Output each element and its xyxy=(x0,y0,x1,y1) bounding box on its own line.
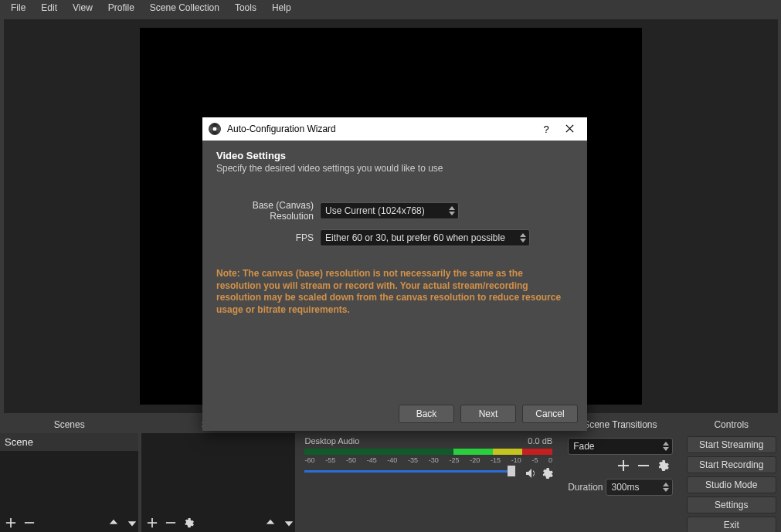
duration-value: 300ms xyxy=(611,482,639,493)
menu-edit[interactable]: Edit xyxy=(33,1,65,15)
fps-select[interactable]: Either 60 or 30, but prefer 60 when poss… xyxy=(320,229,530,246)
cancel-button[interactable]: Cancel xyxy=(522,405,578,423)
auto-config-dialog: Auto-Configuration Wizard ? Video Settin… xyxy=(202,117,587,431)
help-button[interactable]: ? xyxy=(535,124,558,135)
mixer-dock: Mixer Desktop Audio 0.0 dB -60 -55 -50 -… xyxy=(298,416,559,532)
studio-mode-button[interactable]: Studio Mode xyxy=(687,476,776,493)
menu-file[interactable]: File xyxy=(3,1,33,15)
move-down-icon[interactable] xyxy=(283,517,295,529)
transition-value: Fade xyxy=(573,441,594,452)
mixer-level: 0.0 dB xyxy=(528,436,552,446)
add-icon[interactable] xyxy=(617,459,630,474)
resolution-select[interactable]: Use Current (1024x768) xyxy=(320,202,459,219)
scene-item[interactable]: Scene xyxy=(0,433,138,451)
menu-scene-collection[interactable]: Scene Collection xyxy=(142,1,227,15)
dialog-note: Note: The canvas (base) resolution is no… xyxy=(216,268,573,316)
scenes-header: Scenes xyxy=(0,416,138,433)
controls-header: Controls xyxy=(682,416,781,433)
duration-input[interactable]: 300ms xyxy=(606,479,672,496)
dialog-title: Auto-Configuration Wizard xyxy=(227,124,336,134)
sources-dock: Sources xyxy=(141,416,295,532)
dialog-heading: Video Settings xyxy=(216,150,573,161)
start-recording-button[interactable]: Start Recording xyxy=(687,456,776,473)
dialog-titlebar[interactable]: Auto-Configuration Wizard ? xyxy=(202,117,587,141)
duration-label: Duration xyxy=(568,482,603,493)
fps-label: FPS xyxy=(216,232,320,243)
sources-toolbar xyxy=(141,513,295,532)
sources-body xyxy=(141,433,295,532)
svg-rect-2 xyxy=(638,465,649,466)
add-icon[interactable] xyxy=(146,517,158,529)
menu-bar: File Edit View Profile Scene Collection … xyxy=(0,0,781,15)
chevron-updown-icon xyxy=(520,233,526,242)
close-icon[interactable] xyxy=(558,124,581,135)
chevron-updown-icon xyxy=(449,206,455,215)
menu-help[interactable]: Help xyxy=(264,1,299,15)
back-button[interactable]: Back xyxy=(399,405,454,423)
gear-icon[interactable] xyxy=(542,467,554,481)
scenes-body: Scene xyxy=(0,433,138,532)
remove-icon[interactable] xyxy=(165,517,177,529)
transition-select[interactable]: Fade xyxy=(568,438,672,455)
svg-rect-1 xyxy=(166,522,175,524)
transitions-body: Fade Duration 300ms xyxy=(562,433,678,532)
mixer-channel-name: Desktop Audio xyxy=(304,436,359,446)
spinner-icon[interactable] xyxy=(663,483,669,492)
resolution-label: Base (Canvas) Resolution xyxy=(216,200,320,222)
dialog-content: Video Settings Specify the desired video… xyxy=(202,141,587,397)
menu-tools[interactable]: Tools xyxy=(227,1,264,15)
add-icon[interactable] xyxy=(5,517,17,529)
mixer-body: Desktop Audio 0.0 dB -60 -55 -50 -45 -40… xyxy=(298,433,559,532)
dialog-subheading: Specify the desired video settings you w… xyxy=(216,163,573,174)
controls-dock: Controls Start Streaming Start Recording… xyxy=(682,416,781,532)
resolution-value: Use Current (1024x768) xyxy=(325,205,425,216)
move-down-icon[interactable] xyxy=(126,517,138,529)
move-up-icon[interactable] xyxy=(264,517,277,529)
docks-row: Scenes Scene Sources xyxy=(0,416,781,532)
dialog-buttons: Back Next Cancel xyxy=(202,397,587,431)
chevron-updown-icon xyxy=(663,442,669,451)
transitions-dock: Scene Transitions Fade Duration 300ms xyxy=(562,416,678,532)
gear-icon[interactable] xyxy=(183,517,195,529)
menu-view[interactable]: View xyxy=(65,1,100,15)
settings-button[interactable]: Settings xyxy=(687,496,776,513)
audio-meter xyxy=(304,449,552,455)
speaker-icon[interactable] xyxy=(525,467,537,481)
exit-button[interactable]: Exit xyxy=(687,517,776,532)
svg-rect-0 xyxy=(25,522,34,524)
volume-slider[interactable] xyxy=(304,466,552,476)
remove-icon[interactable] xyxy=(637,459,650,474)
next-button[interactable]: Next xyxy=(460,405,516,423)
move-up-icon[interactable] xyxy=(107,517,120,529)
scenes-toolbar xyxy=(0,513,138,532)
gear-icon[interactable] xyxy=(657,459,670,474)
scenes-dock: Scenes Scene xyxy=(0,416,138,532)
menu-profile[interactable]: Profile xyxy=(100,1,142,15)
meter-scale: -60 -55 -50 -45 -40 -35 -30 -25 -20 -15 … xyxy=(304,456,552,464)
remove-icon[interactable] xyxy=(23,517,36,529)
obs-icon xyxy=(209,123,221,135)
fps-value: Either 60 or 30, but prefer 60 when poss… xyxy=(325,232,505,243)
controls-body: Start Streaming Start Recording Studio M… xyxy=(682,433,781,532)
start-streaming-button[interactable]: Start Streaming xyxy=(687,436,776,453)
